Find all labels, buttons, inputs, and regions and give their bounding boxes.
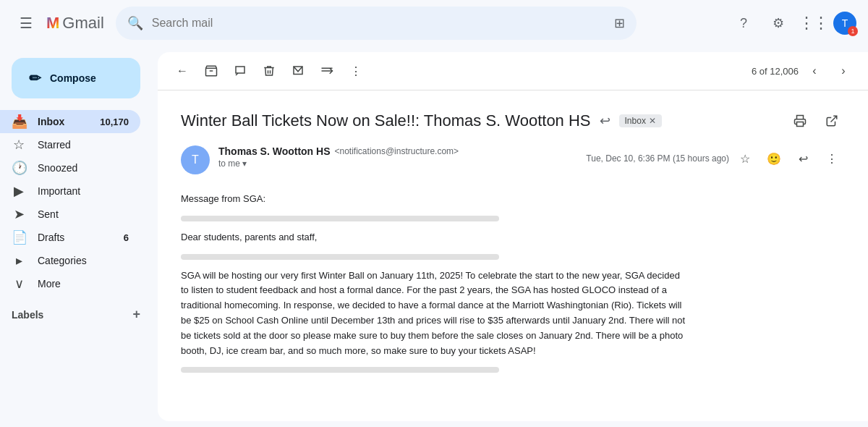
gray-bar-3 [181,367,499,373]
sidebar-item-sent[interactable]: ➤ Sent [0,203,140,226]
add-label-button[interactable]: + [132,307,140,322]
more-label: More [38,278,129,289]
email-date: Tue, Dec 10, 6:36 PM (15 hours ago) [586,153,729,164]
email-subject-row: Winter Ball Tickets Now on Sale!!: Thoma… [181,108,845,134]
help-button[interactable]: ? [729,9,758,38]
snoozed-label: Snoozed [38,162,129,174]
inbox-tag-close[interactable]: ✕ [649,116,656,126]
email-subject: Winter Ball Tickets Now on Sale!!: Thoma… [181,111,591,130]
svg-rect-3 [797,122,804,127]
mark-read-button[interactable] [285,58,311,84]
more-icon: ∨ [12,276,26,292]
sidebar-item-more[interactable]: ∨ More [0,272,140,295]
sender-info: Thomas S. Wootton HS <notifications@inst… [218,145,577,169]
drafts-count: 6 [124,232,129,243]
reply-button[interactable]: ↩ [790,145,816,172]
settings-button[interactable]: ⚙ [764,9,793,38]
inbox-icon: 📥 [12,114,26,130]
sidebar-item-drafts[interactable]: 📄 Drafts 6 [0,226,140,249]
search-tune-icon[interactable]: ⊞ [614,15,625,31]
compose-icon: ✏ [29,69,41,87]
sidebar-item-snoozed[interactable]: 🕐 Snoozed [0,156,140,179]
back-button[interactable]: ← [169,58,195,84]
important-icon: ▶ [12,183,26,199]
avatar-badge: 1 [848,26,858,36]
delete-button[interactable] [256,58,282,84]
search-icon: 🔍 [127,15,143,31]
more-actions-button[interactable]: ⋮ [343,58,369,84]
compose-button[interactable]: ✏ Compose [12,58,140,98]
sidebar: ✏ Compose 📥 Inbox 10,170 ☆ Starred 🕐 Sno… [0,46,152,427]
prev-email-button[interactable]: ‹ [801,58,827,84]
sender-name: Thomas S. Wootton HS [218,145,331,157]
labels-section: Labels + [0,295,152,325]
sidebar-item-important[interactable]: ▶ Important [0,179,140,203]
menu-icon[interactable]: ☰ [12,9,41,38]
main-layout: ✏ Compose 📥 Inbox 10,170 ☆ Starred 🕐 Sno… [0,46,868,427]
important-label: Important [38,185,129,197]
gmail-text: Gmail [62,14,103,33]
body-greeting: Message from SGA: [181,192,687,207]
sidebar-item-starred[interactable]: ☆ Starred [0,133,140,156]
starred-label: Starred [38,139,129,151]
next-email-button[interactable]: › [830,58,856,84]
pagination-info: 6 of 12,006 [752,66,799,77]
svg-line-4 [831,116,837,122]
body-salutation: Dear students, parents and staff, [181,230,687,245]
email-meta: T Thomas S. Wootton HS <notifications@in… [181,145,845,174]
report-button[interactable] [227,58,253,84]
move-button[interactable] [314,58,340,84]
drafts-label: Drafts [38,232,112,243]
inbox-count: 10,170 [100,117,129,127]
svg-rect-0 [206,68,217,76]
email-toolbar: ← ⋮ 6 of 12,006 ‹ › [158,52,868,90]
open-in-new-button[interactable] [819,108,845,134]
sidebar-item-categories[interactable]: ▸ Categories [0,249,140,272]
to-me[interactable]: to me ▾ [218,158,247,169]
gray-bar-2 [181,254,499,260]
sidebar-item-inbox[interactable]: 📥 Inbox 10,170 [0,110,140,133]
compose-label: Compose [50,72,96,84]
gmail-logo: M Gmail [46,14,104,33]
gray-bar-1 [181,216,499,221]
email-header-actions [787,108,845,134]
gmail-m-icon: M [46,14,59,33]
search-bar[interactable]: 🔍 ⊞ [116,7,637,40]
emoji-button[interactable]: 🙂 [761,145,787,172]
forward-subject-icon: ↩ [600,113,610,129]
print-button[interactable] [787,108,813,134]
snoozed-icon: 🕐 [12,160,26,176]
email-body: Message from SGA: Dear students, parents… [181,192,687,373]
topbar: ☰ M Gmail 🔍 ⊞ ? ⚙ ⋮⋮ T 1 [0,0,868,46]
search-input[interactable] [152,17,605,30]
body-main: SGA will be hosting our very first Winte… [181,269,687,359]
sent-label: Sent [38,208,129,220]
categories-icon: ▸ [12,253,26,269]
email-view: ← ⋮ 6 of 12,006 ‹ › [158,52,868,421]
sender-email: <notifications@instructure.com> [335,146,459,156]
archive-button[interactable] [198,58,224,84]
sent-icon: ➤ [12,206,26,222]
topbar-right: ? ⚙ ⋮⋮ T 1 [729,9,856,38]
apps-button[interactable]: ⋮⋮ [799,9,827,38]
avatar[interactable]: T 1 [833,12,856,35]
sender-avatar: T [181,145,210,174]
email-content: Winter Ball Tickets Now on Sale!!: Thoma… [158,90,868,421]
star-button[interactable]: ☆ [732,145,758,172]
starred-icon: ☆ [12,137,26,153]
drafts-icon: 📄 [12,229,26,245]
more-options-button[interactable]: ⋮ [819,145,845,172]
inbox-tag: Inbox ✕ [619,114,662,127]
categories-label: Categories [38,255,129,266]
inbox-label: Inbox [38,116,88,127]
